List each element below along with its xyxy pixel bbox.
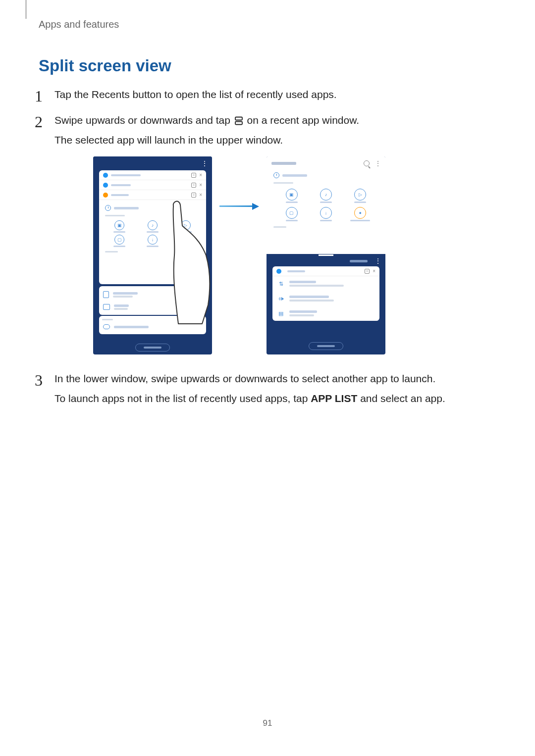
my-files-title	[271, 162, 296, 165]
arrow-icon	[219, 203, 259, 209]
phone-storage-icon	[103, 291, 109, 298]
step-2-text: Swipe upwards or downwards and tap on a …	[54, 113, 359, 129]
app-icon	[103, 183, 108, 188]
connections-icon: ⇅	[277, 280, 284, 287]
app-list-label	[350, 260, 368, 262]
cloud-section	[99, 316, 206, 334]
categories-label	[273, 182, 293, 184]
downloads-icon: ↓	[320, 207, 332, 219]
figure-split-screen: ⋮ = × = × = ×	[93, 156, 440, 359]
step-3-line-2-text: To launch apps not in the list of recent…	[54, 391, 445, 405]
step-2-text-after: on a recent app window.	[247, 114, 360, 126]
more-icon: ⋮	[201, 159, 207, 167]
search-icon	[364, 160, 370, 166]
settings-app-icon	[276, 269, 281, 274]
sd-card-icon	[103, 304, 110, 310]
recent-files-label	[282, 174, 307, 177]
step-1-number: 1	[35, 87, 43, 105]
audio-icon: ♪	[320, 189, 332, 201]
step-3-line2-before: To launch apps not in the list of recent…	[54, 393, 311, 404]
close-icon: ×	[373, 268, 375, 274]
split-icon: =	[365, 269, 370, 274]
documents-icon: ▢	[286, 207, 298, 219]
app-list-bold: APP LIST	[311, 393, 357, 404]
split-divider-handle	[319, 254, 333, 256]
step-3-text: In the lower window, swipe upwards or do…	[54, 371, 435, 386]
recent-app-card-2: = ×	[99, 180, 206, 190]
video-icon: ▷	[354, 189, 366, 201]
more-icon: ⋮	[374, 159, 380, 167]
clock-icon	[273, 172, 279, 178]
close-icon: ×	[199, 182, 202, 188]
documents-icon: ▢	[114, 235, 124, 245]
split-icon: =	[191, 193, 196, 198]
step-1-text: Tap the Recents button to open the list …	[54, 87, 337, 101]
recent-app-card-1: = ×	[99, 170, 206, 180]
svg-rect-0	[235, 117, 242, 120]
margin-line	[26, 0, 26, 19]
phone-left-recents: ⋮ = × = × = ×	[93, 156, 212, 354]
apk-icon: ●	[181, 235, 191, 245]
section-title: Split screen view	[39, 56, 171, 75]
split-icon: =	[191, 183, 196, 188]
step-2-text-before: Swipe upwards or downwards and tap	[54, 114, 233, 126]
split-screen-icon	[234, 114, 243, 129]
downloads-icon: ↓	[148, 235, 158, 245]
app-icon	[103, 173, 108, 178]
sound-icon: 🕪	[277, 295, 284, 302]
page-number: 91	[263, 718, 272, 728]
categories-label	[105, 215, 125, 216]
categories-grid: ▣ ♪ ▷ ▢ ↓ ●	[102, 218, 203, 249]
files-panel-left: ▣ ♪ ▷ ▢ ↓ ●	[99, 200, 206, 284]
upper-window: ⋮ ▣ ♪ ▷ ▢ ↓ ●	[267, 156, 385, 255]
lower-window: ⋮ = × ⇅ 🕪	[267, 255, 385, 353]
close-icon: ×	[199, 192, 202, 198]
storage-section	[99, 286, 206, 315]
images-icon: ▣	[286, 189, 298, 201]
step-3-line2-after: and select an app.	[357, 393, 445, 404]
step-2-line-2-text: The selected app will launch in the uppe…	[54, 133, 283, 147]
phone-label	[105, 251, 118, 252]
audio-icon: ♪	[148, 220, 158, 230]
phone-right-split: ⋮ ▣ ♪ ▷ ▢ ↓ ● ⋮	[267, 156, 385, 354]
app-icon	[103, 193, 108, 198]
close-all-button	[135, 344, 170, 352]
svg-rect-1	[235, 122, 242, 125]
more-icon: ⋮	[374, 257, 380, 265]
close-all-button	[309, 342, 343, 350]
apk-icon: ●	[354, 207, 366, 219]
step-3-number: 3	[35, 371, 43, 390]
step-2-number: 2	[35, 113, 43, 131]
notifications-icon: ▤	[277, 310, 284, 317]
page-header-breadcrumb: Apps and features	[39, 19, 119, 30]
app-label	[111, 184, 131, 186]
recent-app-card-3: = ×	[99, 190, 206, 200]
split-icon: =	[191, 173, 196, 178]
phone-left-header: ⋮	[93, 156, 212, 170]
video-icon: ▷	[181, 220, 191, 230]
app-label	[111, 194, 129, 196]
clock-icon	[105, 205, 111, 211]
cloud-icon	[103, 324, 110, 329]
images-icon: ▣	[114, 220, 124, 230]
app-label	[111, 174, 141, 176]
categories-grid: ▣ ♪ ▷ ▢ ↓ ●	[267, 186, 385, 224]
recent-files-label	[114, 207, 139, 209]
close-icon: ×	[199, 172, 202, 178]
recent-settings-card: = × ⇅ 🕪 ▤	[272, 266, 379, 321]
phone-label	[273, 226, 286, 228]
